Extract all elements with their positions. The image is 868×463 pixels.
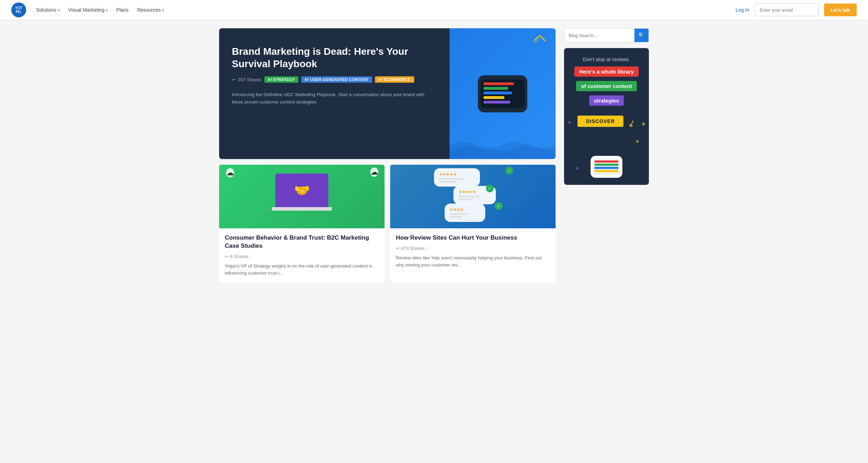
sidebar: 🔍 Don't stop at reviews. Here's a whole … xyxy=(564,28,649,185)
star-rating: ★★★★★ xyxy=(458,189,491,194)
article-title-0: Consumer Behavior & Brand Trust: B2C Mar… xyxy=(225,234,379,250)
cloud-icon: ☁ xyxy=(226,168,234,177)
tag-icon: 🏷 xyxy=(268,77,272,82)
hero-meta: ↩ 357 Shares 🏷 STRATEGY 🏷 USER-GENERATED… xyxy=(232,76,437,83)
svg-line-2 xyxy=(534,38,540,43)
promo-line-2: of customer content xyxy=(576,81,637,91)
chat-bubble-3: ★★★★ xyxy=(445,204,485,222)
nav-plans[interactable]: Plans xyxy=(116,7,129,13)
article-body-0: Consumer Behavior & Brand Trust: B2C Mar… xyxy=(219,228,385,282)
promo-line-3: strategies xyxy=(589,95,624,106)
chat-illustration: ★★★★★ ✓ ★★★★★ ✓ ★★★★ xyxy=(434,168,512,225)
share-icon: ↩ xyxy=(232,77,236,82)
phone-mockup xyxy=(478,75,527,112)
arrow-icon: ↙ xyxy=(626,117,637,130)
nav-links: Solutions ▾ Visual Marketing ▾ Plans Res… xyxy=(36,7,735,13)
tag-icon: 🏷 xyxy=(305,77,309,82)
chevron-down-icon: ▾ xyxy=(58,8,60,12)
article-shares-1: ↩ 473 Shares xyxy=(396,246,425,251)
article-body-1: How Review Sites Can Hurt Your Business … xyxy=(390,228,556,274)
chevron-down-icon: ▾ xyxy=(106,8,108,12)
check-icon: ✓ xyxy=(505,167,513,175)
laptop-illustration: 🤝 xyxy=(270,174,334,219)
check-icon: ✓ xyxy=(495,202,503,210)
article-card-0[interactable]: ☁ ☁ 🤝 Consumer Behavior & Brand Trust: B… xyxy=(219,165,385,282)
page-container: Brand Marketing is Dead: Here's Your Sur… xyxy=(208,20,660,291)
article-thumbnail-1: ★★★★★ ✓ ★★★★★ ✓ ★★★★ xyxy=(390,165,556,228)
logo[interactable]: YOTPO. xyxy=(11,2,26,17)
cloud-icon: ☁ xyxy=(370,168,378,177)
nav-right: Log In Let's talk xyxy=(735,4,857,16)
email-input[interactable] xyxy=(755,4,819,16)
promo-phone-mockup xyxy=(591,156,622,178)
plus-decoration: + xyxy=(575,165,579,172)
navbar: YOTPO. Solutions ▾ Visual Marketing ▾ Pl… xyxy=(0,0,868,20)
article-description-1: Review sites like Yelp aren't necessaril… xyxy=(396,254,550,269)
promo-dont-stop: Don't stop at reviews. xyxy=(570,57,643,62)
cta-button[interactable]: Let's talk xyxy=(824,4,857,16)
promo-line-1: Here's a whole library xyxy=(574,66,639,77)
nav-visual-marketing[interactable]: Visual Marketing ▾ xyxy=(68,7,108,13)
discover-button[interactable]: DISCOVER xyxy=(577,116,623,127)
svg-line-1 xyxy=(540,35,545,41)
article-grid: ☁ ☁ 🤝 Consumer Behavior & Brand Trust: B… xyxy=(219,165,556,282)
plus-decoration: + xyxy=(641,121,645,128)
article-title-1: How Review Sites Can Hurt Your Business xyxy=(396,234,550,242)
sidebar-promo-card: Don't stop at reviews. Here's a whole li… xyxy=(564,48,649,185)
chat-bubble-1: ★★★★★ xyxy=(434,168,480,187)
search-icon: 🔍 xyxy=(638,32,645,39)
star-rating: ★★★★ xyxy=(450,207,480,212)
article-shares-0: ↩ 6 Shares xyxy=(225,254,248,259)
share-icon: ↩ xyxy=(225,254,229,259)
nav-solutions[interactable]: Solutions ▾ xyxy=(36,7,60,13)
star-rating: ★★★★★ xyxy=(439,172,475,177)
handshake-icon: 🤝 xyxy=(294,183,310,198)
hero-right-image xyxy=(450,28,556,159)
share-icon: ↩ xyxy=(396,246,400,251)
check-icon: ✓ xyxy=(486,184,494,192)
chevron-down-icon: ▾ xyxy=(162,8,164,12)
blog-search: 🔍 xyxy=(564,28,649,42)
article-meta-1: ↩ 473 Shares xyxy=(396,246,550,251)
main-content: Brand Marketing is Dead: Here's Your Sur… xyxy=(219,28,556,282)
plus-decoration: + xyxy=(636,138,639,145)
hero-description: Introducing the Definitive UGC Marketing… xyxy=(232,91,437,106)
logo-text: YOTPO. xyxy=(15,6,23,14)
article-card-1[interactable]: ★★★★★ ✓ ★★★★★ ✓ ★★★★ xyxy=(390,165,556,282)
blog-search-input[interactable] xyxy=(564,30,634,41)
article-thumbnail-0: ☁ ☁ 🤝 xyxy=(219,165,385,228)
plus-decoration: + xyxy=(568,119,571,126)
tag-ecommerce[interactable]: 🏷 ECOMMERCE xyxy=(375,76,414,83)
divider xyxy=(251,254,252,259)
divider xyxy=(428,246,428,251)
svg-line-0 xyxy=(534,35,540,41)
tag-strategy[interactable]: 🏷 STRATEGY xyxy=(264,76,299,83)
hero-left: Brand Marketing is Dead: Here's Your Sur… xyxy=(219,28,450,159)
promo-phone-section: 🤚 + + xyxy=(570,135,643,178)
login-button[interactable]: Log In xyxy=(735,7,749,13)
shares-badge: ↩ 357 Shares xyxy=(232,77,262,82)
wave-decoration xyxy=(450,131,556,159)
tag-icon: 🏷 xyxy=(379,77,382,82)
nav-resources[interactable]: Resources ▾ xyxy=(137,7,164,13)
blog-search-button[interactable]: 🔍 xyxy=(634,29,649,42)
hero-title: Brand Marketing is Dead: Here's Your Sur… xyxy=(232,45,437,70)
article-description-0: Yotpo's VP of Strategy weighs in on the … xyxy=(225,263,379,277)
tag-ugc[interactable]: 🏷 USER-GENERATED CONTENT xyxy=(301,76,372,83)
hero-card[interactable]: Brand Marketing is Dead: Here's Your Sur… xyxy=(219,28,556,159)
article-meta-0: ↩ 6 Shares xyxy=(225,254,379,259)
